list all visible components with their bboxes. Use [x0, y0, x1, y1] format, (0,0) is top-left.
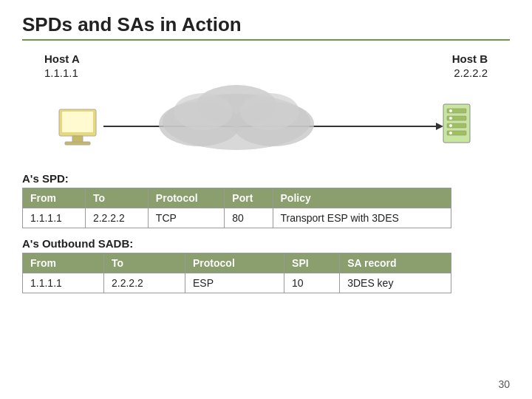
svg-rect-4 — [65, 142, 90, 145]
spd-section-label: A's SPD: — [22, 172, 510, 185]
sadb-row1-from: 1.1.1.1 — [23, 273, 104, 293]
sadb-table: From To Protocol SPI SA record 1.1.1.1 2… — [22, 253, 451, 293]
network-diagram — [22, 83, 510, 165]
svg-point-20 — [449, 132, 452, 134]
spd-row1-from: 1.1.1.1 — [23, 208, 86, 228]
svg-point-18 — [449, 117, 452, 120]
page: SPDs and SAs in Action Host A Host B 1.1… — [0, 0, 532, 399]
svg-rect-3 — [72, 136, 83, 142]
sadb-tbody: 1.1.1.1 2.2.2.2 ESP 10 3DES key — [23, 273, 451, 293]
sadb-col-spi: SPI — [284, 253, 340, 273]
spd-col-from: From — [23, 188, 86, 208]
spd-row1-protocol: TCP — [148, 208, 224, 228]
sadb-col-from: From — [23, 253, 104, 273]
page-title: SPDs and SAs in Action — [22, 13, 510, 36]
sadb-header-row: From To Protocol SPI SA record — [23, 253, 451, 273]
sadb-row1-sa-record: 3DES key — [340, 273, 451, 293]
spd-col-policy: Policy — [273, 188, 451, 208]
spd-col-port: Port — [225, 188, 273, 208]
spd-row1-to: 2.2.2.2 — [85, 208, 148, 228]
svg-point-11 — [240, 93, 299, 130]
spd-tbody: 1.1.1.1 2.2.2.2 TCP 80 Transport ESP wit… — [23, 208, 451, 228]
spd-row1-port: 80 — [225, 208, 273, 228]
host-a-label: Host A — [44, 52, 80, 65]
sadb-col-sa-record: SA record — [340, 253, 451, 273]
spd-thead: From To Protocol Port Policy — [23, 188, 451, 208]
svg-point-19 — [449, 124, 452, 127]
ip-row: 1.1.1.1 2.2.2.2 — [22, 66, 510, 79]
host-a-ip: 1.1.1.1 — [44, 66, 78, 79]
sadb-col-to: To — [104, 253, 185, 273]
svg-point-17 — [449, 109, 452, 112]
sadb-col-protocol: Protocol — [185, 253, 284, 273]
spd-col-protocol: Protocol — [148, 188, 224, 208]
sadb-row1-to: 2.2.2.2 — [104, 273, 185, 293]
host-b-ip: 2.2.2.2 — [454, 66, 488, 79]
table-row: 1.1.1.1 2.2.2.2 ESP 10 3DES key — [23, 273, 451, 293]
svg-rect-5 — [62, 112, 93, 132]
table-row: 1.1.1.1 2.2.2.2 TCP 80 Transport ESP wit… — [23, 208, 451, 228]
spd-col-to: To — [85, 188, 148, 208]
sadb-section-label: A's Outbound SADB: — [22, 237, 510, 250]
spd-table: From To Protocol Port Policy 1.1.1.1 2.2… — [22, 188, 451, 228]
page-number: 30 — [498, 378, 510, 390]
title-underline — [22, 39, 510, 41]
host-b-label: Host B — [452, 52, 488, 65]
sadb-row1-protocol: ESP — [185, 273, 284, 293]
spd-header-row: From To Protocol Port Policy — [23, 188, 451, 208]
svg-point-10 — [174, 93, 233, 130]
spd-row1-policy: Transport ESP with 3DES — [273, 208, 451, 228]
svg-marker-1 — [436, 123, 443, 130]
content-area: Host A Host B 1.1.1.1 2.2.2.2 — [22, 52, 510, 302]
hosts-row: Host A Host B — [22, 52, 510, 65]
sadb-row1-spi: 10 — [284, 273, 340, 293]
sadb-thead: From To Protocol SPI SA record — [23, 253, 451, 273]
